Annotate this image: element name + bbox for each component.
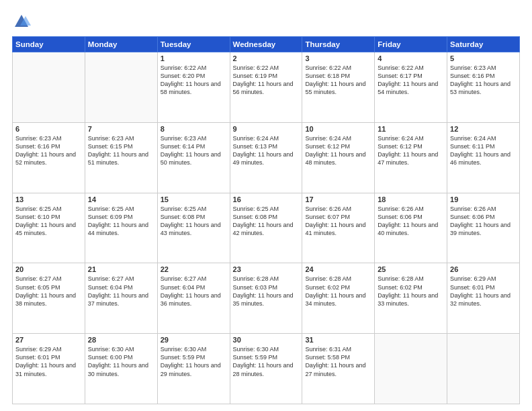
day-number: 17 [305,195,371,203]
week-row-1: 6Sunrise: 6:23 AMSunset: 6:16 PMDaylight… [13,122,520,193]
day-number: 7 [88,125,154,133]
day-info: Sunrise: 6:30 AMSunset: 5:59 PMDaylight:… [233,345,300,378]
week-row-3: 20Sunrise: 6:27 AMSunset: 6:05 PMDayligh… [13,263,520,334]
day-cell: 25Sunrise: 6:28 AMSunset: 6:02 PMDayligh… [375,263,447,334]
day-number: 6 [15,125,82,133]
day-cell: 2Sunrise: 6:22 AMSunset: 6:19 PMDaylight… [230,52,302,123]
day-number: 1 [161,54,227,62]
day-number: 19 [450,195,517,203]
day-info: Sunrise: 6:28 AMSunset: 6:02 PMDaylight:… [378,275,444,308]
day-cell: 23Sunrise: 6:28 AMSunset: 6:03 PMDayligh… [230,263,302,334]
day-info: Sunrise: 6:23 AMSunset: 6:15 PMDaylight:… [88,134,154,167]
weekday-header-wednesday: Wednesday [230,37,302,52]
weekday-header-monday: Monday [85,37,157,52]
day-cell: 27Sunrise: 6:29 AMSunset: 6:01 PMDayligh… [13,334,85,404]
day-info: Sunrise: 6:30 AMSunset: 5:59 PMDaylight:… [161,345,227,378]
weekday-header-sunday: Sunday [13,37,85,52]
day-number: 29 [161,336,227,344]
day-info: Sunrise: 6:22 AMSunset: 6:18 PMDaylight:… [305,64,371,97]
header [12,12,520,31]
day-number: 27 [15,336,82,344]
weekday-header-saturday: Saturday [447,37,520,52]
day-info: Sunrise: 6:26 AMSunset: 6:06 PMDaylight:… [450,205,517,238]
weekday-header-friday: Friday [375,37,447,52]
day-cell: 14Sunrise: 6:25 AMSunset: 6:09 PMDayligh… [85,193,157,263]
day-number: 23 [233,265,300,273]
day-number: 26 [450,265,517,273]
day-cell: 22Sunrise: 6:27 AMSunset: 6:04 PMDayligh… [157,263,230,334]
day-info: Sunrise: 6:25 AMSunset: 6:10 PMDaylight:… [15,205,82,238]
day-info: Sunrise: 6:22 AMSunset: 6:20 PMDaylight:… [161,64,227,97]
day-info: Sunrise: 6:25 AMSunset: 6:08 PMDaylight:… [233,205,300,238]
day-number: 14 [88,195,154,203]
weekday-header-row: SundayMondayTuesdayWednesdayThursdayFrid… [13,37,520,52]
day-cell: 8Sunrise: 6:23 AMSunset: 6:14 PMDaylight… [157,122,230,193]
week-row-2: 13Sunrise: 6:25 AMSunset: 6:10 PMDayligh… [13,193,520,263]
day-number: 4 [378,54,444,62]
day-number: 28 [88,336,154,344]
day-number: 10 [305,125,371,133]
day-cell: 31Sunrise: 6:31 AMSunset: 5:58 PMDayligh… [302,334,375,404]
day-number: 16 [233,195,300,203]
day-cell: 29Sunrise: 6:30 AMSunset: 5:59 PMDayligh… [157,334,230,404]
day-number: 18 [378,195,444,203]
day-cell: 28Sunrise: 6:30 AMSunset: 6:00 PMDayligh… [85,334,157,404]
day-number: 12 [450,125,517,133]
day-info: Sunrise: 6:24 AMSunset: 6:12 PMDaylight:… [378,134,444,167]
day-info: Sunrise: 6:24 AMSunset: 6:12 PMDaylight:… [305,134,371,167]
day-info: Sunrise: 6:25 AMSunset: 6:09 PMDaylight:… [88,205,154,238]
day-number: 20 [15,265,82,273]
day-number: 25 [378,265,444,273]
day-number: 8 [161,125,227,133]
day-info: Sunrise: 6:26 AMSunset: 6:06 PMDaylight:… [378,205,444,238]
day-cell [85,52,157,123]
day-cell: 10Sunrise: 6:24 AMSunset: 6:12 PMDayligh… [302,122,375,193]
day-info: Sunrise: 6:22 AMSunset: 6:17 PMDaylight:… [378,64,444,97]
day-info: Sunrise: 6:23 AMSunset: 6:16 PMDaylight:… [450,64,517,97]
day-cell [13,52,85,123]
day-cell: 16Sunrise: 6:25 AMSunset: 6:08 PMDayligh… [230,193,302,263]
day-number: 11 [378,125,444,133]
day-cell: 7Sunrise: 6:23 AMSunset: 6:15 PMDaylight… [85,122,157,193]
day-cell: 11Sunrise: 6:24 AMSunset: 6:12 PMDayligh… [375,122,447,193]
day-number: 5 [450,54,517,62]
day-cell: 6Sunrise: 6:23 AMSunset: 6:16 PMDaylight… [13,122,85,193]
day-cell: 20Sunrise: 6:27 AMSunset: 6:05 PMDayligh… [13,263,85,334]
day-number: 2 [233,54,300,62]
day-info: Sunrise: 6:25 AMSunset: 6:08 PMDaylight:… [161,205,227,238]
day-info: Sunrise: 6:24 AMSunset: 6:13 PMDaylight:… [233,134,300,167]
day-info: Sunrise: 6:26 AMSunset: 6:07 PMDaylight:… [305,205,371,238]
day-cell: 21Sunrise: 6:27 AMSunset: 6:04 PMDayligh… [85,263,157,334]
day-info: Sunrise: 6:28 AMSunset: 6:03 PMDaylight:… [233,275,300,308]
day-cell [375,334,447,404]
day-cell: 9Sunrise: 6:24 AMSunset: 6:13 PMDaylight… [230,122,302,193]
day-info: Sunrise: 6:22 AMSunset: 6:19 PMDaylight:… [233,64,300,97]
day-cell: 18Sunrise: 6:26 AMSunset: 6:06 PMDayligh… [375,193,447,263]
day-info: Sunrise: 6:23 AMSunset: 6:14 PMDaylight:… [161,134,227,167]
day-cell: 12Sunrise: 6:24 AMSunset: 6:11 PMDayligh… [447,122,520,193]
day-number: 13 [15,195,82,203]
day-cell: 30Sunrise: 6:30 AMSunset: 5:59 PMDayligh… [230,334,302,404]
day-info: Sunrise: 6:27 AMSunset: 6:04 PMDaylight:… [161,275,227,308]
day-info: Sunrise: 6:29 AMSunset: 6:01 PMDaylight:… [450,275,517,308]
day-number: 31 [305,336,371,344]
day-number: 24 [305,265,371,273]
weekday-header-tuesday: Tuesday [157,37,230,52]
day-info: Sunrise: 6:27 AMSunset: 6:04 PMDaylight:… [88,275,154,308]
day-cell: 15Sunrise: 6:25 AMSunset: 6:08 PMDayligh… [157,193,230,263]
day-cell: 4Sunrise: 6:22 AMSunset: 6:17 PMDaylight… [375,52,447,123]
day-number: 15 [161,195,227,203]
logo-icon [12,12,31,31]
day-cell: 13Sunrise: 6:25 AMSunset: 6:10 PMDayligh… [13,193,85,263]
day-number: 21 [88,265,154,273]
day-number: 30 [233,336,300,344]
day-cell: 24Sunrise: 6:28 AMSunset: 6:02 PMDayligh… [302,263,375,334]
week-row-4: 27Sunrise: 6:29 AMSunset: 6:01 PMDayligh… [13,334,520,404]
day-cell: 26Sunrise: 6:29 AMSunset: 6:01 PMDayligh… [447,263,520,334]
day-info: Sunrise: 6:23 AMSunset: 6:16 PMDaylight:… [15,134,82,167]
day-info: Sunrise: 6:27 AMSunset: 6:05 PMDaylight:… [15,275,82,308]
day-cell: 5Sunrise: 6:23 AMSunset: 6:16 PMDaylight… [447,52,520,123]
day-cell: 1Sunrise: 6:22 AMSunset: 6:20 PMDaylight… [157,52,230,123]
day-cell: 3Sunrise: 6:22 AMSunset: 6:18 PMDaylight… [302,52,375,123]
day-cell: 17Sunrise: 6:26 AMSunset: 6:07 PMDayligh… [302,193,375,263]
